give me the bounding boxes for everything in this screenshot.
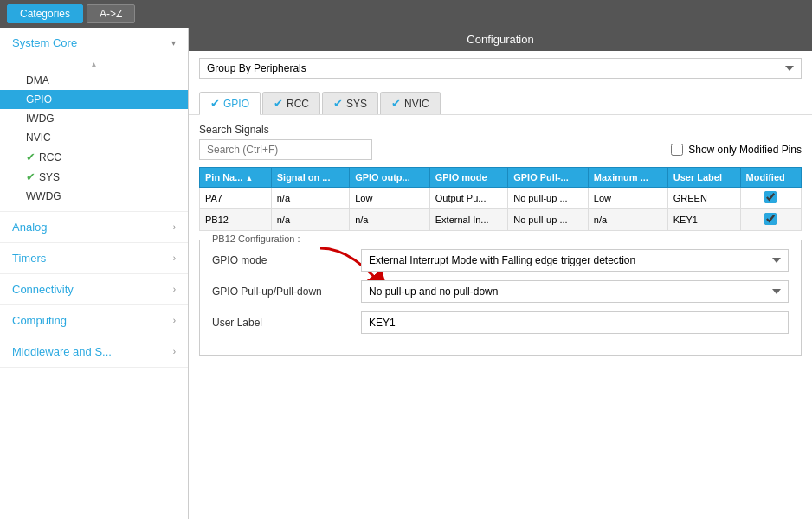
table-cell-2: n/a <box>350 209 430 231</box>
search-label: Search Signals <box>199 124 802 136</box>
right-panel: Configuration Group By Peripherals Group… <box>189 28 812 519</box>
sidebar-item-label-wwdg: WWDG <box>26 190 61 202</box>
sidebar-section-computing: Computing › <box>0 305 188 336</box>
col-user-label: User Label <box>667 168 740 188</box>
col-gpio-mode: GPIO mode <box>429 168 507 188</box>
group-select[interactable]: Group By Peripherals Group By IP <box>199 58 802 79</box>
scroll-up-icon: ▲ <box>0 58 188 71</box>
config-row-gpio-pull: GPIO Pull-up/Pull-down No pull-up and no… <box>212 280 789 303</box>
check-icon-rcc: ✔ <box>26 151 35 163</box>
sidebar-section-header-timers[interactable]: Timers › <box>0 243 188 273</box>
table-cell-0: PA7 <box>200 188 272 209</box>
sidebar-section-label-computing: Computing <box>12 314 67 327</box>
sidebar-section-label-connectivity: Connectivity <box>12 283 74 296</box>
tab-label-sys: SYS <box>346 98 367 110</box>
table-cell-4: No pull-up ... <box>508 188 589 209</box>
sidebar-items-system-core: ▲ DMA GPIO IWDG NVIC ✔ RCC ✔ <box>0 58 188 211</box>
az-button[interactable]: A->Z <box>87 4 135 23</box>
sidebar-section-header-computing[interactable]: Computing › <box>0 305 188 336</box>
chevron-right-icon-computing: › <box>173 316 176 325</box>
table-cell-1: n/a <box>271 188 349 209</box>
main-layout: System Core ▾ ▲ DMA GPIO IWDG NVIC ✔ <box>0 28 812 519</box>
table-cell-modified <box>740 188 801 209</box>
table-cell-modified <box>740 209 801 231</box>
table-row[interactable]: PB12n/an/aExternal In...No pull-up ...n/… <box>200 209 802 231</box>
tab-label-gpio: GPIO <box>223 98 249 110</box>
sidebar-section-label-analog: Analog <box>12 221 47 234</box>
chevron-right-icon-connectivity: › <box>173 285 176 294</box>
table-cell-0: PB12 <box>200 209 272 231</box>
modified-cell-checkbox[interactable] <box>764 191 777 203</box>
sidebar-item-label-dma: DMA <box>26 74 49 86</box>
pb12-legend: PB12 Configuration : <box>209 234 304 244</box>
config-title: Configuration <box>189 28 812 51</box>
tab-sys[interactable]: ✔ SYS <box>322 92 378 114</box>
col-pin-name: Pin Na... ▲ <box>200 168 272 188</box>
tab-check-rcc: ✔ <box>274 97 283 110</box>
pb12-area: PB12 Configuration : GPIO mode External … <box>199 240 802 356</box>
sidebar-section-timers: Timers › <box>0 243 188 274</box>
chevron-right-icon-timers: › <box>173 253 176 263</box>
pin-table: Pin Na... ▲ Signal on ... GPIO outp... G… <box>199 167 802 231</box>
sidebar-section-middleware: Middleware and S... › <box>0 336 188 368</box>
chevron-right-icon-middleware: › <box>173 347 176 356</box>
search-input[interactable] <box>199 139 372 160</box>
col-maximum: Maximum ... <box>588 168 667 188</box>
sidebar-section-header-analog[interactable]: Analog › <box>0 212 188 242</box>
tab-gpio[interactable]: ✔ GPIO <box>199 92 261 115</box>
modified-checkbox[interactable] <box>671 144 683 156</box>
tab-bar: ✔ GPIO ✔ RCC ✔ SYS ✔ NVIC <box>189 86 812 115</box>
tab-nvic[interactable]: ✔ NVIC <box>380 92 441 114</box>
tab-check-sys: ✔ <box>333 97 343 110</box>
chevron-down-icon: ▾ <box>171 38 176 48</box>
tab-check-gpio: ✔ <box>210 97 220 110</box>
sidebar: System Core ▾ ▲ DMA GPIO IWDG NVIC ✔ <box>0 28 189 519</box>
sidebar-section-header-system-core[interactable]: System Core ▾ <box>0 28 188 58</box>
sidebar-section-header-connectivity[interactable]: Connectivity › <box>0 274 188 304</box>
table-cell-6: GREEN <box>667 188 740 209</box>
gpio-pull-select[interactable]: No pull-up and no pull-down Pull-up Pull… <box>361 280 789 303</box>
col-signal: Signal on ... <box>271 168 349 188</box>
user-label-input[interactable] <box>361 311 789 334</box>
sidebar-section-connectivity: Connectivity › <box>0 274 188 305</box>
gpio-mode-select[interactable]: External Interrupt Mode with Falling edg… <box>361 249 789 272</box>
tab-label-nvic: NVIC <box>404 98 429 110</box>
chevron-right-icon-analog: › <box>173 222 176 232</box>
modified-check-container: Show only Modified Pins <box>671 144 802 156</box>
table-cell-5: n/a <box>588 209 667 231</box>
sidebar-section-label-system-core: System Core <box>12 36 77 49</box>
pin-table-body: PA7n/aLowOutput Pu...No pull-up ...LowGR… <box>200 188 802 231</box>
table-row[interactable]: PA7n/aLowOutput Pu...No pull-up ...LowGR… <box>200 188 802 209</box>
sidebar-item-rcc[interactable]: ✔ RCC <box>0 147 188 167</box>
table-cell-1: n/a <box>271 209 349 231</box>
table-cell-4: No pull-up ... <box>508 209 589 231</box>
content-area: Search Signals Show only Modified Pins P… <box>189 115 812 519</box>
search-section: Search Signals Show only Modified Pins <box>199 124 802 160</box>
categories-button[interactable]: Categories <box>7 4 83 23</box>
sidebar-item-nvic[interactable]: NVIC <box>0 128 188 147</box>
sidebar-item-label-gpio: GPIO <box>26 93 52 106</box>
col-modified: Modified <box>740 168 801 188</box>
sidebar-item-wwdg[interactable]: WWDG <box>0 187 188 206</box>
sidebar-item-label-sys: SYS <box>39 171 60 183</box>
table-header-row: Pin Na... ▲ Signal on ... GPIO outp... G… <box>200 168 802 188</box>
sort-icon: ▲ <box>245 174 253 183</box>
sidebar-item-label-iwdg: IWDG <box>26 112 55 125</box>
sidebar-section-header-middleware[interactable]: Middleware and S... › <box>0 336 188 367</box>
pb12-fieldset: PB12 Configuration : GPIO mode External … <box>199 240 802 356</box>
sidebar-item-gpio[interactable]: GPIO <box>0 90 188 109</box>
sidebar-item-sys[interactable]: ✔ SYS <box>0 167 188 187</box>
sidebar-item-iwdg[interactable]: IWDG <box>0 109 188 128</box>
sidebar-item-dma[interactable]: DMA <box>0 71 188 90</box>
sidebar-item-label-rcc: RCC <box>39 151 61 163</box>
col-gpio-out: GPIO outp... <box>350 168 430 188</box>
tab-rcc[interactable]: ✔ RCC <box>262 92 320 114</box>
modified-cell-checkbox[interactable] <box>764 213 777 225</box>
check-icon-sys: ✔ <box>26 170 35 183</box>
sidebar-item-label-nvic: NVIC <box>26 131 51 144</box>
table-cell-3: Output Pu... <box>429 188 507 209</box>
sidebar-section-system-core: System Core ▾ ▲ DMA GPIO IWDG NVIC ✔ <box>0 28 188 212</box>
col-gpio-pull: GPIO Pull-... <box>508 168 589 188</box>
search-row: Show only Modified Pins <box>199 139 802 160</box>
config-toolbar: Group By Peripherals Group By IP <box>189 51 812 86</box>
